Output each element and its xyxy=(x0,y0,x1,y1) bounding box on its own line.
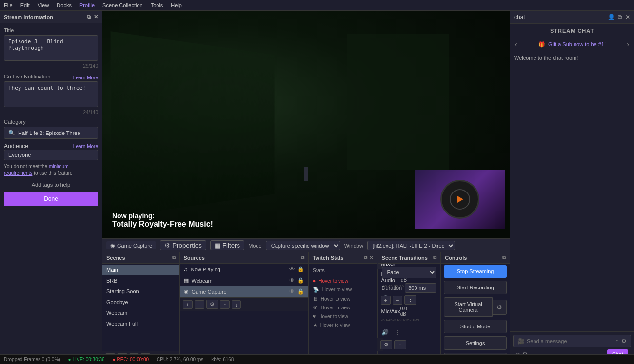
virtual-camera-settings-button[interactable]: ⚙ xyxy=(493,300,507,315)
menu-scene-collection[interactable]: Scene Collection xyxy=(102,2,143,8)
duration-input[interactable] xyxy=(405,283,436,293)
twitch-close-icon[interactable]: ✕ xyxy=(369,255,373,261)
sources-expand-icon[interactable]: ⧉ xyxy=(301,255,304,261)
stream-info-content: Title Episode 3 - Blind Playthrough 29/1… xyxy=(0,23,102,364)
chat-panel: chat 👤 ⧉ ✕ STREAM CHAT ‹ 🎁 Gift a Sub no… xyxy=(510,11,634,364)
transition-type-select[interactable]: Fade xyxy=(382,267,437,278)
controls-expand-icon[interactable]: ⧉ xyxy=(502,255,506,261)
eye-icon-webcam[interactable]: 👁 xyxy=(289,277,295,284)
properties-button[interactable]: ⚙ Properties xyxy=(160,240,206,250)
menu-profile[interactable]: Profile xyxy=(79,2,95,8)
title-input[interactable]: Episode 3 - Blind Playthrough xyxy=(4,35,98,61)
transitions-footer: + − ⋮ xyxy=(378,293,441,307)
done-button[interactable]: Done xyxy=(4,192,98,206)
source-up-button[interactable]: ↑ xyxy=(220,300,230,309)
stat-text-3: Hover to view xyxy=(321,296,351,302)
studio-mode-button[interactable]: Studio Mode xyxy=(444,320,507,333)
kbs-status: kb/s: 6168 xyxy=(211,357,234,362)
sources-title: Sources xyxy=(184,255,205,261)
chat-title: chat xyxy=(514,14,525,20)
now-playing-label: Now playing: xyxy=(112,212,213,220)
filters-button[interactable]: ▦ Filters xyxy=(210,240,244,250)
eye-icon-now-playing[interactable]: 👁 xyxy=(289,266,295,272)
scene-transitions-expand-icon[interactable]: ⧉ xyxy=(433,255,436,261)
preview-area: Now playing: Totally Royalty-Free Music! xyxy=(102,11,510,238)
source-game-capture-tag: ◉ Game Capture xyxy=(106,241,156,249)
stream-info-pop-icon[interactable]: ⧉ xyxy=(87,14,91,20)
twitch-pop-icon[interactable]: ⧉ xyxy=(364,255,367,261)
window-label: Window xyxy=(344,243,363,249)
promo-content: 🎁 Gift a Sub now to be #1! xyxy=(538,41,606,48)
scene-item-goodbye[interactable]: Goodbye xyxy=(102,297,179,307)
stat-icon-6: ★ xyxy=(313,322,317,328)
chat-message-input[interactable] xyxy=(527,338,614,344)
stop-streaming-button[interactable]: Stop Streaming xyxy=(444,265,507,278)
promo-text: Gift a Sub now to be #1! xyxy=(548,41,606,47)
chat-settings-icon[interactable]: ⚙ xyxy=(621,338,627,345)
go-live-learn-more[interactable]: Learn More xyxy=(73,75,98,80)
category-input[interactable]: 🔍 Half-Life 2: Episode Three xyxy=(4,127,98,139)
add-source-button[interactable]: + xyxy=(183,300,193,309)
mode-select[interactable]: Capture specific window xyxy=(266,241,340,250)
stat-icon-3: 🖥 xyxy=(313,296,318,302)
remove-transition-button[interactable]: − xyxy=(393,296,402,305)
settings-button[interactable]: Settings xyxy=(444,336,507,350)
stat-text-5: Hover to view xyxy=(318,314,348,319)
duration-label: Duration xyxy=(382,285,402,291)
menu-docks[interactable]: Docks xyxy=(57,2,72,8)
stat-row-6: ★ Hover to view xyxy=(313,321,373,330)
sources-list: ♫ Now Playing 👁 🔒 ▦ Webcam 👁 🔒 xyxy=(180,264,308,297)
stat-text-1: Hover to view xyxy=(318,278,348,284)
source-row-now-playing[interactable]: ♫ Now Playing 👁 🔒 xyxy=(180,264,308,275)
go-live-input[interactable]: They can count to three! xyxy=(4,81,98,107)
menu-tools[interactable]: Tools xyxy=(151,2,163,8)
live-indicator: ● LIVE: 00:30:36 xyxy=(68,357,105,362)
menu-edit[interactable]: Edit xyxy=(20,2,30,8)
lock-icon-game-capture[interactable]: 🔒 xyxy=(297,288,304,295)
menu-file[interactable]: File xyxy=(4,2,13,8)
eye-icon-game-capture[interactable]: 👁 xyxy=(289,288,295,295)
chat-camera-icon: 🎥 xyxy=(517,338,525,345)
chat-arrow-up-icon[interactable]: ↑ xyxy=(615,338,618,345)
controls-header: Controls ⧉ xyxy=(441,252,510,264)
scenes-expand-icon[interactable]: ⧉ xyxy=(172,255,176,261)
chat-user-icon[interactable]: 👤 xyxy=(608,14,615,20)
audience-label: Audience xyxy=(4,143,28,150)
menu-view[interactable]: View xyxy=(38,2,49,8)
source-down-button[interactable]: ↓ xyxy=(232,300,241,309)
sources-footer: + − ⚙ ↑ ↓ xyxy=(180,297,308,311)
audience-learn-more[interactable]: Learn More xyxy=(73,144,98,149)
source-row-game-capture[interactable]: ◉ Game Capture 👁 🔒 xyxy=(180,286,308,297)
promo-next-button[interactable]: › xyxy=(627,40,629,48)
remove-source-button[interactable]: − xyxy=(195,300,204,309)
chat-pop-icon[interactable]: ⧉ xyxy=(618,14,622,20)
controls-title: Controls xyxy=(445,255,467,261)
lock-icon-now-playing[interactable]: 🔒 xyxy=(297,266,304,272)
start-virtual-camera-button[interactable]: Start Virtual Camera xyxy=(444,297,493,317)
stats-label: Stats xyxy=(313,268,373,273)
webcam-source-icon: ▦ xyxy=(184,277,189,284)
scene-list: Main BRB Starting Soon Goodbye Webcam We… xyxy=(102,264,179,351)
promo-prev-button[interactable]: ‹ xyxy=(515,40,517,48)
scene-item-starting-soon[interactable]: Starting Soon xyxy=(102,286,179,297)
scene-item-webcam[interactable]: Webcam xyxy=(102,307,179,318)
start-recording-button[interactable]: Start Recording xyxy=(444,281,507,294)
window-select[interactable]: [hl2.exe]: HALF-LIFE 2 - Direct3D 9 xyxy=(367,241,455,250)
menu-help[interactable]: Help xyxy=(171,2,182,8)
add-transition-button[interactable]: + xyxy=(381,296,391,305)
source-row-webcam[interactable]: ▦ Webcam 👁 🔒 xyxy=(180,275,308,286)
scene-item-main[interactable]: Main xyxy=(102,265,179,275)
scene-item-brb[interactable]: BRB xyxy=(102,275,179,286)
scene-item-webcam-full[interactable]: Webcam Full xyxy=(102,318,179,329)
chat-close-icon[interactable]: ✕ xyxy=(625,14,630,20)
stream-info-close-icon[interactable]: ✕ xyxy=(94,14,98,20)
source-settings-button[interactable]: ⚙ xyxy=(206,300,218,309)
lock-icon-webcam[interactable]: 🔒 xyxy=(297,277,304,284)
now-playing-source-icon: ♫ xyxy=(184,267,188,272)
overlay-cam xyxy=(415,170,505,229)
stat-row-2: 📡 Hover to view xyxy=(313,285,373,294)
audience-select[interactable]: Everyone xyxy=(4,150,98,160)
stat-icon-5: ♥ xyxy=(313,313,316,319)
now-playing-track: Totally Royalty-Free Music! xyxy=(112,220,213,229)
transition-menu-button[interactable]: ⋮ xyxy=(404,295,416,305)
